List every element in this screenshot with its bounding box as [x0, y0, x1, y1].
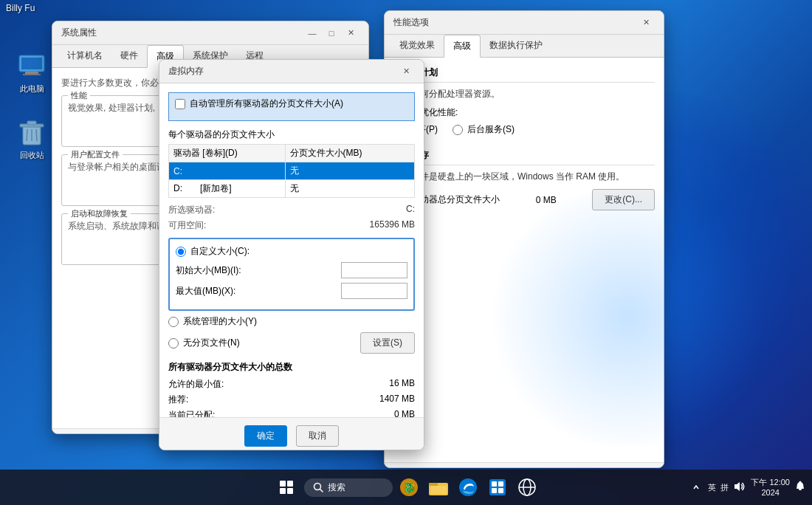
start-button[interactable] — [272, 473, 301, 502]
tray-expand-btn[interactable] — [689, 473, 703, 502]
no-page-radio[interactable] — [168, 338, 179, 348]
virt-mem-controls: ✕ — [397, 64, 415, 79]
drive-c-name: C: — [169, 162, 286, 180]
drive-row-c[interactable]: C: 无 — [169, 162, 415, 180]
auto-manage-checkbox[interactable] — [175, 99, 185, 109]
svg-rect-30 — [799, 489, 802, 490]
change-btn[interactable]: 更改(C)... — [592, 189, 655, 210]
perf-options-tabs: 视觉效果 高级 数据执行保护 — [385, 35, 664, 58]
lang2: 拼 — [720, 482, 729, 493]
min-allowed-value: 16 MB — [389, 378, 415, 391]
set-btn[interactable]: 设置(S) — [360, 332, 415, 354]
drive-row-d[interactable]: D: [新加卷] 无 — [169, 180, 415, 198]
perf-options-content: 处理器计划 选择如何分配处理器资源。 调整以优化性能: 程序(P) 后台服务(S… — [385, 58, 664, 462]
taskbar-lang-icon[interactable] — [514, 474, 540, 501]
profile-group-title: 用户配置文件 — [68, 149, 123, 160]
tab-advanced[interactable]: 高级 — [444, 35, 481, 58]
taskbar-edge-icon[interactable] — [455, 474, 481, 501]
free-space-row: 可用空间: 165396 MB — [168, 219, 415, 232]
auto-manage-label: 自动管理所有驱动器的分页文件大小(A) — [190, 97, 343, 110]
current-value: 0 MB — [394, 409, 415, 417]
sys-props-titlebar: 系统属性 — □ ✕ — [52, 21, 368, 45]
col-drive: 驱动器 [卷标](D) — [169, 145, 286, 162]
bg-service-radio-row: 后台服务(S) — [453, 123, 515, 136]
drive-d-name: D: [新加卷] — [169, 180, 286, 198]
recommended-row: 推荐: 1407 MB — [168, 394, 415, 406]
tab-dep[interactable]: 数据执行保护 — [481, 35, 551, 58]
taskbar-store-icon[interactable] — [484, 474, 511, 501]
totals-section: 所有驱动器分页文件大小的总数 允许的最小值: 16 MB 推荐: 1407 MB… — [168, 361, 415, 417]
svg-rect-25 — [492, 488, 497, 493]
clock[interactable]: 下午 12:00 2024 — [751, 477, 790, 498]
auto-manage-row: 自动管理所有驱动器的分页文件大小(A) — [168, 92, 415, 121]
taskbar: 搜索 🐉 — [0, 470, 812, 505]
sys-props-maximize[interactable]: □ — [323, 26, 340, 41]
svg-text:🐉: 🐉 — [403, 481, 416, 494]
system-managed-row: 系统管理的大小(Y) — [168, 315, 415, 328]
tab-hardware[interactable]: 硬件 — [111, 45, 147, 68]
virt-mem-cancel-btn[interactable]: 取消 — [296, 425, 339, 447]
system-managed-label: 系统管理的大小(Y) — [183, 315, 257, 328]
custom-size-radio-row: 自定义大小(C): — [176, 245, 407, 258]
svg-rect-19 — [429, 483, 438, 486]
taskbar-explorer-icon[interactable] — [425, 474, 452, 501]
totals-title: 所有驱动器分页文件大小的总数 — [168, 361, 415, 374]
svg-rect-20 — [430, 486, 447, 494]
custom-size-section: 自定义大小(C): 初始大小(MB)(I): 最大值(MB)(X): — [168, 238, 415, 311]
custom-size-label: 自定义大小(C): — [190, 245, 250, 258]
clock-date: 2024 — [751, 487, 790, 498]
system-managed-radio[interactable] — [168, 317, 179, 327]
startup-group-title: 启动和故障恢复 — [68, 208, 131, 219]
memory-title: 虚拟内存 — [393, 149, 655, 165]
custom-size-radio[interactable] — [176, 247, 186, 257]
initial-size-input[interactable] — [341, 262, 407, 278]
max-size-row: 最大值(MB)(X): — [176, 283, 407, 299]
sys-props-close[interactable]: ✕ — [342, 26, 359, 41]
virt-mem-titlebar: 虚拟内存 ✕ — [159, 60, 424, 83]
sys-props-minimize[interactable]: — — [303, 26, 321, 41]
sys-props-title: 系统属性 — [61, 27, 97, 39]
processor-desc: 选择如何分配处理器资源。 — [393, 87, 655, 100]
tab-visual-effects[interactable]: 视觉效果 — [390, 35, 444, 58]
svg-rect-1 — [21, 58, 42, 69]
current-row: 当前已分配: 0 MB — [168, 409, 415, 417]
total-value: 0 MB — [536, 195, 557, 205]
lang1: 英 — [708, 482, 716, 493]
drive-table: 驱动器 [卷标](D) 分页文件大小(MB) C: 无 D: [新加卷] 无 — [168, 144, 415, 198]
initial-size-label: 初始大小(MB)(I): — [176, 264, 241, 277]
bg-service-radio[interactable] — [453, 125, 463, 135]
search-label: 搜索 — [328, 481, 345, 494]
memory-desc: 分页文件是硬盘上的一块区域，Windows 当作 RAM 使用。 — [393, 170, 655, 183]
svg-rect-3 — [23, 74, 41, 75]
selected-drive-row: 所选驱动器: C: — [168, 204, 415, 216]
memory-section: 虚拟内存 分页文件是硬盘上的一块区域，Windows 当作 RAM 使用。 所有… — [393, 149, 655, 210]
virt-mem-ok-btn[interactable]: 确定 — [244, 425, 287, 447]
taskbar-right: 英 拼 下午 12:00 2024 — [689, 473, 812, 502]
min-allowed-row: 允许的最小值: 16 MB — [168, 378, 415, 391]
svg-rect-24 — [498, 481, 503, 487]
drive-info: 所选驱动器: C: 可用空间: 165396 MB — [168, 204, 415, 232]
perf-options-close[interactable]: ✕ — [637, 16, 655, 30]
free-space-label: 可用空间: — [168, 219, 206, 232]
this-pc-icon[interactable]: 此电脑 — [6, 48, 58, 97]
no-page-radio-row: 无分页文件(N) — [168, 337, 240, 349]
taskbar-game-icon[interactable]: 🐉 — [396, 474, 422, 501]
total-row: 所有驱动器总分页文件大小 0 MB 更改(C)... — [393, 189, 655, 210]
perf-options-footer: 确定 取消 应用(A) — [385, 462, 664, 468]
svg-point-31 — [799, 481, 802, 484]
clock-time: 下午 12:00 — [751, 477, 790, 487]
max-size-input[interactable] — [341, 283, 407, 299]
svg-rect-10 — [280, 481, 286, 487]
virt-mem-content: 自动管理所有驱动器的分页文件大小(A) 每个驱动器的分页文件大小 驱动器 [卷标… — [159, 83, 424, 417]
perf-options-controls: ✕ — [637, 16, 655, 30]
taskbar-center: 搜索 🐉 — [272, 473, 540, 502]
perf-group-title: 性能 — [68, 90, 90, 101]
max-size-label: 最大值(MB)(X): — [176, 285, 235, 298]
svg-rect-23 — [492, 481, 497, 487]
recycle-bin-icon[interactable]: 回收站 — [6, 114, 58, 164]
volume-icon[interactable] — [733, 481, 746, 494]
virt-mem-close[interactable]: ✕ — [397, 64, 415, 79]
search-box[interactable]: 搜索 — [304, 478, 393, 497]
tab-computer-name[interactable]: 计算机名 — [58, 45, 111, 68]
notification-icon[interactable] — [794, 481, 806, 494]
